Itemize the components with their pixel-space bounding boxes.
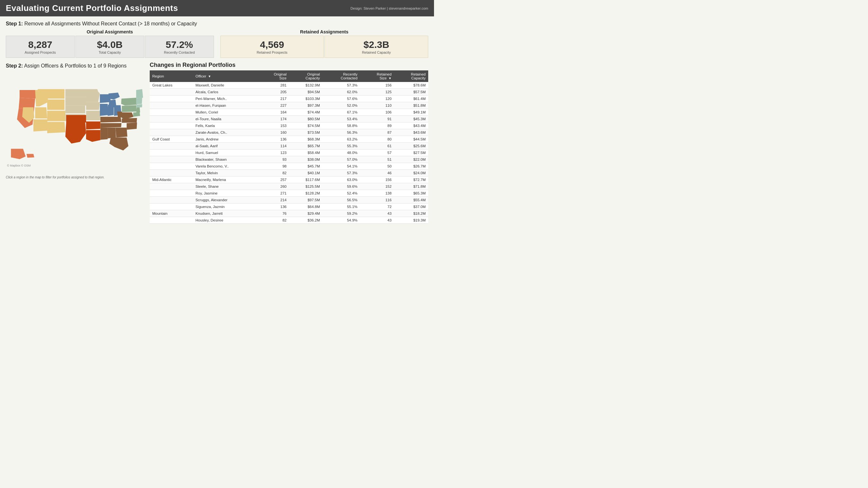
table-row: el-Toure, Naaila174$80.5M53.4%91$45.3M: [150, 116, 428, 122]
cell-recently-contacted: 63.2%: [322, 136, 360, 143]
state-hi[interactable]: [27, 154, 34, 158]
cell-officer: Peri-Warner, Mich..: [193, 95, 258, 102]
state-ny[interactable]: [121, 98, 137, 106]
cell-region: [150, 89, 193, 95]
cell-officer: Hurd, Samuel: [193, 149, 258, 156]
state-ia[interactable]: [86, 102, 100, 110]
map-container[interactable]: © Mapbox © OSM: [6, 71, 144, 174]
state-mo[interactable]: [86, 111, 101, 120]
step1-description: Remove all Assignments Without Recent Co…: [24, 21, 197, 26]
step1-bold: Step 1:: [6, 21, 23, 26]
cell-recently-contacted: 54.9%: [322, 217, 360, 224]
state-ga[interactable]: [115, 127, 127, 138]
state-ut[interactable]: [35, 107, 47, 119]
col-original-capacity: OriginalCapacity: [289, 70, 322, 82]
cell-region: [150, 197, 193, 203]
state-nc[interactable]: [122, 118, 137, 123]
kpi-retained-prospects: 4,569 Retained Prospects: [220, 36, 324, 58]
cell-original-capacity: $65.7M: [289, 143, 322, 149]
cell-officer: Roy, Jasmine: [193, 190, 258, 197]
cell-retained-capacity: $26.7M: [394, 163, 428, 170]
kpi-retained-capacity-value: $2.3B: [329, 39, 424, 50]
state-sd[interactable]: [65, 97, 86, 106]
cell-original-capacity: $74.4M: [289, 109, 322, 116]
state-md[interactable]: [133, 112, 140, 117]
cell-region: [150, 190, 193, 197]
cell-officer: Taylor, Melvin: [193, 170, 258, 176]
state-pa[interactable]: [122, 105, 136, 112]
kpi-recently-contacted: 57.2% Recently Contacted: [145, 36, 214, 58]
state-nh-vt[interactable]: [136, 98, 142, 104]
cell-retained-size: 152: [360, 183, 394, 190]
state-co[interactable]: [47, 111, 65, 121]
cell-region: [150, 116, 193, 122]
cell-original-capacity: $103.3M: [289, 95, 322, 102]
cell-retained-capacity: $37.0M: [394, 203, 428, 210]
cell-region: Mountain: [150, 210, 193, 217]
state-tx[interactable]: [65, 122, 86, 143]
step2-description: Assign Officers & Portfolios to 1 of 9 R…: [24, 63, 127, 68]
cell-officer: Janis, Andrew: [193, 136, 258, 143]
cell-region: Great Lakes: [150, 82, 193, 89]
state-fl[interactable]: [110, 138, 128, 150]
cell-retained-size: 110: [360, 102, 394, 109]
kpi-retained-capacity-label: Retained Capacity: [329, 51, 424, 54]
state-wy[interactable]: [47, 99, 65, 110]
cell-officer: Housley, Desiree: [193, 217, 258, 224]
cell-original-size: 136: [258, 203, 289, 210]
state-or[interactable]: [19, 98, 35, 108]
cell-recently-contacted: 63.0%: [322, 176, 360, 183]
state-wa[interactable]: [20, 90, 38, 99]
cell-original-size: 217: [258, 95, 289, 102]
state-mn[interactable]: [86, 89, 100, 102]
officer-filter-icon[interactable]: ▼: [208, 75, 211, 78]
cell-retained-capacity: $61.4M: [394, 95, 428, 102]
us-map-svg[interactable]: [6, 71, 144, 174]
cell-original-capacity: $74.5M: [289, 122, 322, 129]
state-ms[interactable]: [100, 127, 108, 140]
state-al[interactable]: [107, 127, 116, 138]
cell-officer: al-Saab, Aarif: [193, 143, 258, 149]
cell-officer: Siguenza, Jazmin: [193, 203, 258, 210]
cell-original-capacity: $29.4M: [289, 210, 322, 217]
state-ne[interactable]: [65, 106, 85, 113]
state-az[interactable]: [33, 119, 48, 132]
retained-size-filter-icon[interactable]: ▼: [389, 77, 392, 80]
cell-retained-size: 89: [360, 122, 394, 129]
cell-retained-size: 125: [360, 89, 394, 95]
cell-original-capacity: $38.0M: [289, 156, 322, 163]
state-mi-upper[interactable]: [108, 93, 120, 100]
state-ma[interactable]: [136, 104, 142, 108]
regional-table: Region Officer ▼ OriginalSize OriginalCa…: [150, 70, 428, 224]
state-ky[interactable]: [100, 117, 122, 122]
state-ak[interactable]: [11, 149, 26, 159]
step1-label: Step 1: Remove all Assignments Without R…: [6, 21, 428, 27]
state-il[interactable]: [100, 104, 108, 116]
table-row: el-Hasen, Furqaan227$97.3M52.0%110$51.8M: [150, 102, 428, 109]
col-retained-capacity: RetainedCapacity: [394, 70, 428, 82]
retained-assignments-group: Retained Assignments 4,569 Retained Pros…: [220, 29, 429, 58]
state-nd[interactable]: [65, 89, 86, 97]
state-me[interactable]: [136, 89, 143, 98]
cell-original-size: 98: [258, 163, 289, 170]
state-ok[interactable]: [66, 115, 86, 122]
cell-retained-size: 91: [360, 116, 394, 122]
cell-recently-contacted: 56.5%: [322, 197, 360, 203]
cell-officer: Macneilly, Marlena: [193, 176, 258, 183]
state-mt[interactable]: [38, 89, 64, 99]
state-sc[interactable]: [127, 122, 137, 130]
cell-original-size: 257: [258, 176, 289, 183]
col-recently-contacted: RecentlyContacted: [322, 70, 360, 82]
cell-retained-capacity: $24.0M: [394, 170, 428, 176]
cell-retained-size: 156: [360, 82, 394, 89]
state-tn[interactable]: [100, 123, 122, 127]
cell-retained-capacity: $18.2M: [394, 210, 428, 217]
cell-retained-capacity: $51.8M: [394, 102, 428, 109]
state-ar[interactable]: [86, 121, 100, 130]
state-la[interactable]: [86, 130, 100, 142]
state-nm[interactable]: [47, 122, 65, 133]
cell-original-capacity: $58.4M: [289, 149, 322, 156]
state-in[interactable]: [107, 105, 114, 116]
table-row: Zarate-Avalos, Ch..160$73.5M56.3%87$43.6…: [150, 129, 428, 136]
col-region: Region: [150, 70, 193, 82]
